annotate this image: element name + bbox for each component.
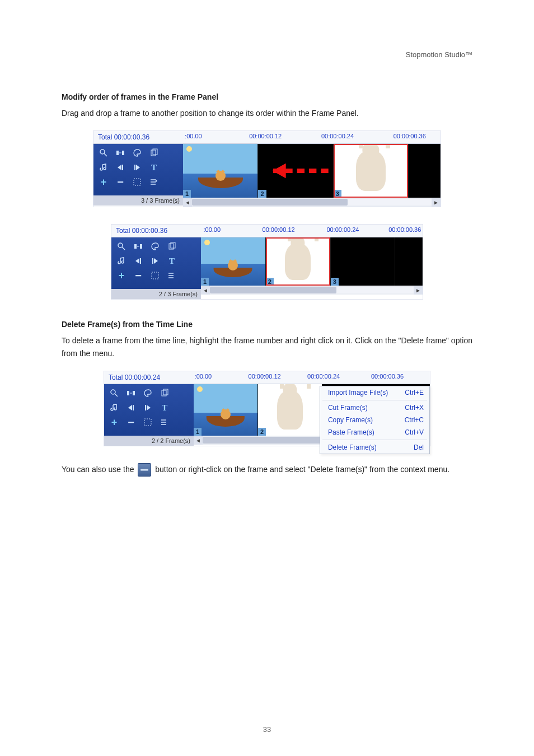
scroll-left-icon[interactable]: ◄ — [194, 436, 203, 445]
svg-line-11 — [122, 247, 125, 250]
zoom-icon[interactable] — [109, 388, 120, 399]
palette-icon[interactable] — [132, 147, 143, 158]
step-forward-icon[interactable] — [132, 162, 143, 173]
time-ruler: :00.00 00:00:00.12 00:00:00.24 00:00:00.… — [201, 225, 423, 237]
split-icon[interactable] — [133, 241, 144, 252]
ctx-delete[interactable]: Delete Frame(s)Del — [320, 441, 429, 454]
text-tool-icon[interactable]: T — [148, 162, 160, 173]
list-menu-icon[interactable] — [148, 176, 160, 188]
svg-rect-6 — [122, 165, 123, 170]
scroll-left-icon[interactable]: ◄ — [183, 198, 192, 207]
frame-thumb[interactable]: 1 — [201, 237, 266, 286]
svg-rect-7 — [134, 165, 135, 170]
ctx-paste[interactable]: Paste Frame(s)Ctrl+V — [320, 426, 429, 438]
step-forward-icon[interactable] — [142, 402, 153, 413]
frame-count: 2 / 3 Frame(s) — [111, 289, 201, 299]
audio-icon[interactable] — [109, 402, 120, 413]
frame-thumb[interactable]: 2 — [258, 144, 333, 198]
svg-rect-16 — [140, 258, 141, 264]
frame-thumb[interactable]: 1 — [183, 144, 258, 198]
tool-icon-panel: T + − — [104, 384, 194, 436]
remove-icon[interactable]: − — [133, 270, 144, 281]
step-back-icon[interactable] — [133, 255, 144, 267]
add-icon[interactable]: + — [98, 176, 109, 188]
ctx-copy[interactable]: Copy Frame(s)Ctrl+C — [320, 414, 429, 426]
palette-icon[interactable] — [149, 241, 161, 252]
section-body-delete-tail: You can also use the button or right-cli… — [62, 463, 472, 477]
step-forward-icon[interactable] — [149, 255, 161, 267]
scroll-left-icon[interactable]: ◄ — [201, 286, 210, 295]
palette-icon[interactable] — [142, 388, 153, 399]
figure-reorder-before: Total 00:00:00.36 T — [93, 130, 441, 207]
section-body-delete: To delete a frame from the time line, hi… — [62, 334, 472, 360]
svg-point-10 — [118, 243, 123, 248]
grid-icon[interactable] — [149, 270, 161, 281]
remove-icon[interactable]: − — [115, 176, 126, 188]
tool-icon-panel: T + − — [93, 144, 183, 195]
svg-rect-25 — [133, 405, 134, 410]
text-tool-icon[interactable]: T — [159, 402, 170, 413]
svg-rect-27 — [144, 419, 151, 426]
figure-delete: Total 00:00:00.24 T — [104, 371, 430, 446]
frame-thumb[interactable]: 3 — [331, 237, 396, 286]
grid-icon[interactable] — [142, 417, 153, 428]
svg-line-20 — [115, 394, 118, 396]
time-ruler: :00.00 00:00:00.12 00:00:00.24 00:00:00.… — [183, 131, 441, 144]
horizontal-scrollbar[interactable]: ◄ ► — [201, 286, 423, 295]
text-tool-icon[interactable]: T — [166, 255, 177, 267]
figure-reorder-after: Total 00:00:00.36 T — [111, 224, 423, 300]
frame-thumb-selected[interactable]: 3 — [334, 144, 409, 198]
frame-thumb[interactable]: 1 — [194, 384, 258, 436]
svg-rect-2 — [116, 151, 119, 155]
split-icon[interactable] — [115, 147, 126, 158]
audio-icon[interactable] — [116, 255, 127, 267]
add-icon[interactable]: + — [109, 417, 120, 428]
step-back-icon[interactable] — [115, 162, 126, 173]
split-icon[interactable] — [125, 388, 137, 399]
section-heading-delete: Delete Frame(s) from the Time Line — [62, 320, 472, 329]
total-duration: Total 00:00:00.24 — [104, 371, 194, 384]
total-duration: Total 00:00:00.36 — [93, 131, 183, 144]
zoom-icon[interactable] — [116, 241, 127, 252]
svg-rect-21 — [127, 391, 129, 395]
svg-rect-8 — [134, 179, 140, 185]
copy-icon[interactable] — [166, 241, 177, 252]
section-heading-reorder: Modify order of frames in the Frame Pane… — [62, 92, 472, 101]
frame-thumb-selected[interactable]: 2 — [266, 237, 331, 286]
frame-strip[interactable]: 1 2 3 — [201, 237, 423, 286]
step-back-icon[interactable] — [125, 402, 137, 413]
ctx-cut[interactable]: Cut Frame(s)Ctrl+X — [320, 402, 429, 414]
frame-thumb[interactable]: 2 — [258, 384, 322, 436]
svg-rect-12 — [134, 244, 137, 249]
horizontal-scrollbar[interactable]: ◄ ► — [183, 198, 441, 207]
page-number: 33 — [0, 725, 534, 734]
frame-strip[interactable]: 1 2 3 — [183, 144, 441, 198]
list-menu-icon[interactable] — [166, 270, 177, 281]
add-icon[interactable]: + — [116, 270, 127, 281]
time-ruler: :00.00 00:00:00.12 00:00:00.24 00:00:00.… — [194, 371, 430, 384]
list-menu-icon[interactable] — [159, 417, 170, 428]
context-menu[interactable]: Import Image File(s)Ctrl+E Cut Frame(s)C… — [320, 386, 430, 454]
copy-icon[interactable] — [159, 388, 170, 399]
ctx-import[interactable]: Import Image File(s)Ctrl+E — [320, 386, 429, 399]
zoom-icon[interactable] — [98, 147, 109, 158]
frame-empty — [395, 237, 423, 286]
svg-rect-26 — [145, 405, 146, 410]
copy-icon[interactable] — [148, 147, 160, 158]
remove-icon[interactable]: − — [125, 417, 137, 428]
frame-count: 3 / 3 Frame(s) — [93, 195, 183, 206]
svg-rect-3 — [122, 151, 124, 155]
svg-rect-17 — [152, 258, 153, 264]
tool-icon-panel: T + − — [111, 237, 201, 289]
frame-empty — [409, 144, 441, 198]
svg-point-0 — [100, 150, 105, 154]
svg-rect-18 — [152, 272, 158, 279]
svg-rect-22 — [133, 391, 135, 395]
scroll-right-icon[interactable]: ► — [414, 286, 423, 295]
svg-rect-13 — [140, 244, 142, 249]
frame-count: 2 / 2 Frame(s) — [104, 436, 194, 446]
scroll-right-icon[interactable]: ► — [432, 198, 441, 207]
svg-line-1 — [104, 153, 107, 156]
grid-icon[interactable] — [132, 176, 143, 188]
audio-icon[interactable] — [98, 162, 109, 173]
